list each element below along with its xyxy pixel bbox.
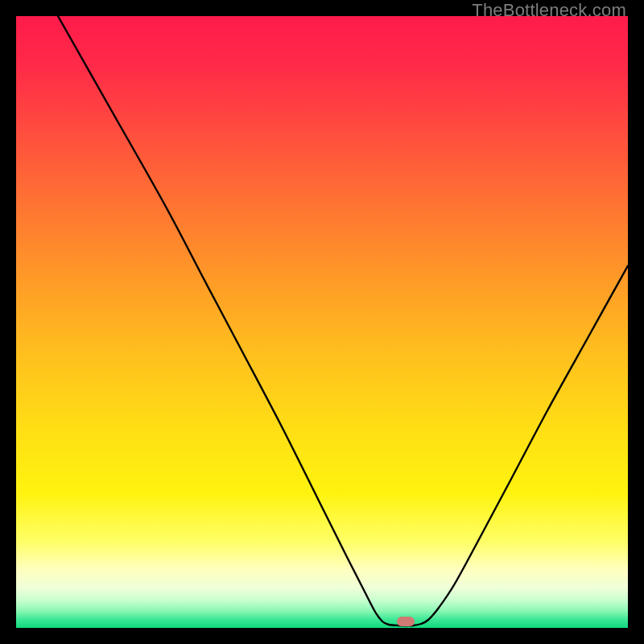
plot-area [16, 16, 628, 628]
bottleneck-curve [16, 16, 628, 628]
optimal-point-marker [397, 617, 415, 626]
chart-frame: TheBottleneck.com [0, 0, 644, 644]
watermark-text: TheBottleneck.com [472, 0, 626, 21]
